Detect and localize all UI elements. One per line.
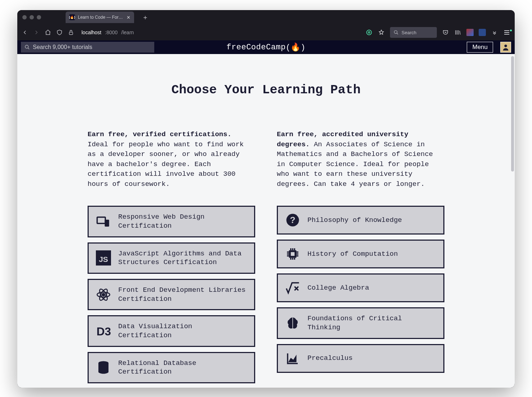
certification-card-1[interactable]: JSJavaScript Algorithms and Data Structu…	[88, 242, 255, 274]
devices-icon	[96, 214, 111, 229]
degree-card-4[interactable]: Precalculus	[277, 344, 444, 373]
certification-card-label: Responsive Web Design Certification	[118, 213, 247, 230]
degree-card-2[interactable]: College Algebra	[277, 273, 444, 302]
degree-card-label: Philosophy of Knowledge	[307, 216, 402, 225]
library-icon[interactable]	[454, 29, 461, 36]
area-icon	[285, 351, 300, 366]
svg-point-4	[25, 45, 28, 48]
certification-card-3[interactable]: D3Data Visualization Certification	[88, 315, 255, 347]
site-logo-text: freeCodeCamp	[226, 43, 285, 52]
js-icon: JS	[96, 250, 111, 266]
site-header: freeCodeCamp (🔥) Menu	[17, 40, 515, 54]
certification-card-0[interactable]: Responsive Web Design Certification	[88, 206, 255, 237]
circle-icon[interactable]	[365, 29, 373, 36]
degree-card-3[interactable]: Foundations of Critical Thinking	[277, 307, 444, 339]
database-icon	[96, 360, 111, 375]
degrees-lead: Earn free, accredited university degrees…	[277, 130, 444, 189]
url-host: localhost	[81, 30, 101, 35]
certification-card-label: Data Visualization Certification	[118, 322, 247, 340]
degree-card-label: Foundations of Critical Thinking	[307, 314, 436, 332]
degree-card-1[interactable]: History of Computation	[277, 240, 444, 268]
certification-card-label: Relational Database Certification	[118, 359, 247, 376]
tab-title: Learn to Code — For Free — Co	[78, 15, 124, 20]
certification-card-label: Front End Development Libraries Certific…	[118, 286, 247, 303]
traffic-light-minimize[interactable]	[30, 15, 34, 19]
sqrt-icon	[285, 280, 300, 295]
menu-button[interactable]: Menu	[467, 42, 493, 53]
page-title: Choose Your Learning Path	[88, 83, 444, 97]
certification-card-label: JavaScript Algorithms and Data Structure…	[118, 249, 247, 267]
window-titlebar: (🔥) Learn to Code — For Free — Co ✕ ＋	[17, 10, 515, 24]
profile-icon[interactable]	[479, 29, 486, 36]
search-icon	[25, 44, 30, 50]
scrollbar-thumb[interactable]	[511, 56, 514, 171]
home-button[interactable]	[45, 29, 51, 36]
svg-rect-7	[105, 220, 109, 227]
overflow-icon[interactable]	[491, 29, 498, 36]
svg-text:JS: JS	[99, 255, 108, 263]
url-path: /learn	[121, 30, 134, 35]
degree-card-label: Precalculus	[307, 354, 353, 363]
svg-point-3	[394, 31, 397, 34]
url-bar[interactable]: localhost:8000/learn	[81, 30, 134, 35]
url-port: :8000	[105, 30, 118, 35]
bookmark-star-icon[interactable]	[378, 29, 385, 36]
traffic-light-zoom[interactable]	[37, 15, 41, 19]
avatar-icon	[502, 43, 510, 51]
svg-point-13	[102, 293, 105, 296]
degree-card-label: College Algebra	[307, 284, 369, 293]
browser-window: (🔥) Learn to Code — For Free — Co ✕ ＋ lo…	[17, 10, 515, 388]
account-avatar[interactable]	[466, 29, 474, 36]
degree-card-0[interactable]: ?Philosophy of Knowledge	[277, 206, 444, 235]
pocket-icon[interactable]	[442, 29, 449, 36]
close-tab-icon[interactable]: ✕	[127, 15, 130, 20]
svg-text:?: ?	[290, 215, 296, 225]
user-avatar[interactable]	[500, 42, 511, 53]
svg-rect-0	[69, 32, 72, 35]
question-icon: ?	[285, 213, 300, 228]
traffic-light-close[interactable]	[22, 15, 27, 19]
browser-tab[interactable]: (🔥) Learn to Code — For Free — Co ✕	[66, 12, 134, 23]
svg-text:D3: D3	[97, 325, 111, 338]
svg-rect-19	[291, 252, 295, 256]
certification-card-2[interactable]: Front End Development Libraries Certific…	[88, 279, 255, 310]
react-icon	[96, 287, 111, 302]
degree-card-label: History of Computation	[307, 250, 398, 259]
forward-button[interactable]	[33, 29, 40, 36]
lock-icon[interactable]	[68, 29, 74, 36]
svg-rect-6	[97, 217, 106, 224]
browser-search[interactable]: Search	[390, 27, 437, 38]
site-search[interactable]	[21, 42, 154, 53]
svg-point-2	[368, 32, 370, 34]
degrees-column: Earn free, accredited university degrees…	[277, 130, 444, 388]
shield-icon[interactable]	[56, 29, 63, 36]
new-tab-button[interactable]: ＋	[142, 13, 148, 22]
search-icon	[394, 30, 399, 35]
back-button[interactable]	[22, 29, 28, 36]
d3-icon: D3	[96, 324, 111, 339]
cpu-icon	[285, 246, 300, 262]
site-logo[interactable]: freeCodeCamp (🔥)	[226, 43, 305, 52]
app-menu-icon[interactable]	[503, 32, 510, 33]
svg-point-1	[367, 30, 372, 35]
browser-search-placeholder: Search	[402, 30, 416, 35]
certification-card-4[interactable]: Relational Database Certification	[88, 352, 255, 383]
svg-point-5	[504, 45, 507, 47]
page-content: Choose Your Learning Path Earn free, ver…	[17, 54, 515, 388]
certifications-column: Earn free, verified certifications. Idea…	[88, 130, 255, 388]
certifications-heading: Earn free, verified certifications.	[88, 130, 231, 138]
site-search-input[interactable]	[33, 44, 151, 50]
brain-icon	[285, 316, 300, 331]
browser-toolbar: localhost:8000/learn Search	[17, 24, 515, 40]
certifications-lead: Earn free, verified certifications. Idea…	[88, 130, 255, 189]
fire-icon: (🔥)	[286, 43, 306, 52]
tab-favicon: (🔥)	[69, 14, 75, 20]
certifications-body: Ideal for people who want to find work a…	[88, 140, 244, 188]
